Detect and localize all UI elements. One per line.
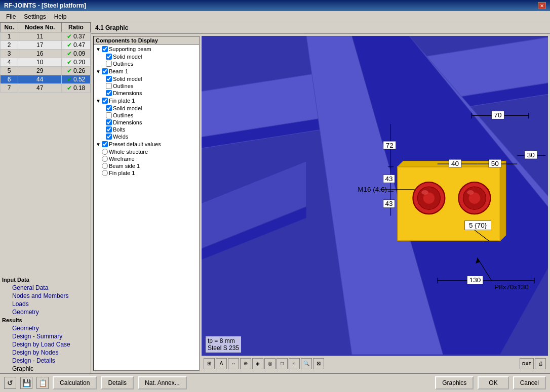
cell-node: 11 [18, 32, 61, 41]
radio-label: Beam side 1 [109, 163, 140, 169]
cell-ratio: ✔ 0.26 [61, 67, 90, 75]
nav-general-data[interactable]: General Data [2, 284, 89, 292]
check-icon: ✔ [67, 67, 72, 74]
ok-button[interactable]: OK [478, 376, 508, 389]
tool-btn-6[interactable]: ◎ [264, 358, 276, 369]
cancel-button[interactable]: Cancel [513, 376, 546, 389]
cell-no: 4 [1, 58, 18, 67]
radio-input[interactable] [102, 170, 108, 176]
group-checkbox[interactable] [102, 141, 108, 147]
item-checkbox[interactable] [106, 112, 112, 118]
tool-btn-9[interactable]: 🔍 [301, 358, 312, 369]
comp-item: Solid model [94, 105, 199, 112]
svg-text:M16 (4.6): M16 (4.6) [358, 186, 387, 193]
nav-section: Input Data General Data Nodes and Member… [0, 274, 91, 373]
tree-expand-icon[interactable]: ▼ [96, 69, 101, 74]
info-line2: Steel S 235 [208, 344, 239, 352]
item-label: Solid model [113, 76, 142, 82]
nav-graphic[interactable]: Graphic [2, 365, 89, 373]
nav-geometry-input[interactable]: Geometry [2, 308, 89, 316]
components-panel: Components to Display ▼Supporting beamSo… [93, 36, 200, 371]
main-container: No. Nodes No. Ratio 1 11 ✔ 0.37 2 17 ✔ 0… [0, 22, 550, 373]
svg-text:43: 43 [385, 175, 393, 183]
table-area: No. Nodes No. Ratio 1 11 ✔ 0.37 2 17 ✔ 0… [0, 22, 91, 274]
item-label: Bolts [113, 126, 125, 133]
group-label: Preset default values [109, 141, 161, 147]
cell-ratio: ✔ 0.18 [61, 84, 90, 93]
dxf-button[interactable]: DXF [520, 358, 534, 369]
table-row[interactable]: 7 47 ✔ 0.18 [1, 84, 91, 93]
table-row[interactable]: 3 16 ✔ 0.09 [1, 50, 91, 58]
nat-annex-button[interactable]: Nat. Annex... [138, 376, 187, 389]
comp-group: ▼Supporting beam [94, 45, 199, 53]
svg-text:5 {70}: 5 {70} [469, 222, 487, 229]
menu-help[interactable]: Help [50, 12, 71, 21]
svg-text:130: 130 [469, 276, 481, 284]
item-checkbox[interactable] [106, 90, 112, 96]
tool-btn-5[interactable]: ◈ [252, 358, 263, 369]
col-no: No. [1, 23, 18, 32]
cell-node: 17 [18, 41, 61, 50]
col-nodes: Nodes No. [18, 23, 61, 32]
table-row[interactable]: 1 11 ✔ 0.37 [1, 32, 91, 41]
icon-btn-1[interactable]: ↺ [4, 377, 16, 389]
item-label: Outlines [113, 112, 133, 118]
comp-item: Dimensions [94, 119, 199, 126]
info-overlay: tp = 8 mm Steel S 235 [206, 336, 241, 353]
tree-expand-icon[interactable]: ▼ [96, 47, 101, 52]
table-row[interactable]: 5 29 ✔ 0.26 [1, 67, 91, 75]
comp-item: Dimensions [94, 90, 199, 97]
nav-loads[interactable]: Loads [2, 300, 89, 308]
item-checkbox[interactable] [106, 105, 112, 111]
icon-btn-3[interactable]: 📋 [36, 377, 49, 389]
table-row[interactable]: 4 10 ✔ 0.20 [1, 58, 91, 67]
check-icon: ✔ [67, 41, 72, 49]
item-checkbox[interactable] [106, 126, 112, 133]
tree-expand-icon[interactable]: ▼ [96, 98, 101, 104]
icon-btn-2[interactable]: 💾 [20, 377, 32, 389]
item-checkbox[interactable] [106, 134, 112, 140]
comp-group: ▼Fin plate 1 [94, 97, 199, 105]
menu-bar: File Settings Help [0, 11, 550, 22]
calculation-button[interactable]: Calculation [53, 376, 97, 389]
menu-settings[interactable]: Settings [20, 12, 50, 21]
group-checkbox[interactable] [102, 68, 108, 74]
item-checkbox[interactable] [106, 61, 112, 67]
group-checkbox[interactable] [102, 46, 108, 52]
nav-design-load-case[interactable]: Design by Load Case [2, 340, 89, 349]
item-checkbox[interactable] [106, 119, 112, 125]
radio-input[interactable] [102, 149, 108, 155]
group-checkbox[interactable] [102, 98, 108, 104]
close-button[interactable]: ✕ [538, 2, 546, 9]
radio-label: Fin plate 1 [109, 170, 135, 176]
nav-design-details[interactable]: Design - Details [2, 357, 89, 365]
details-button[interactable]: Details [101, 376, 134, 389]
graphic-toolbar: ⊞ A ↔ ⊕ ◈ ◎ □ ⌂ 🔍 ⊠ DXF 🖨 [202, 356, 548, 371]
radio-input[interactable] [102, 156, 108, 162]
nav-nodes-members[interactable]: Nodes and Members [2, 292, 89, 300]
nav-input-header: Input Data [2, 276, 89, 284]
tool-btn-7[interactable]: □ [277, 358, 288, 369]
tool-btn-8[interactable]: ⌂ [289, 358, 300, 369]
tool-btn-4[interactable]: ⊕ [240, 358, 251, 369]
menu-file[interactable]: File [2, 12, 20, 21]
tool-btn-10[interactable]: ⊠ [313, 358, 324, 369]
item-checkbox[interactable] [106, 54, 112, 60]
tree-expand-icon[interactable]: ▼ [96, 142, 101, 147]
item-checkbox[interactable] [106, 76, 112, 82]
item-checkbox[interactable] [106, 83, 112, 89]
right-panel: 4.1 Graphic Components to Display ▼Suppo… [91, 22, 550, 373]
cell-no: 3 [1, 50, 18, 58]
item-label: Solid model [113, 54, 142, 60]
tool-btn-1[interactable]: ⊞ [204, 358, 215, 369]
radio-input[interactable] [102, 163, 108, 169]
graphics-button[interactable]: Graphics [435, 376, 474, 389]
print-button[interactable]: 🖨 [535, 358, 546, 369]
nav-design-nodes[interactable]: Design by Nodes [2, 349, 89, 357]
tool-btn-3[interactable]: ↔ [228, 358, 239, 369]
table-row[interactable]: 2 17 ✔ 0.47 [1, 41, 91, 50]
table-row[interactable]: 6 44 ✔ 0.52 [1, 75, 91, 84]
nav-geometry-results[interactable]: Geometry [2, 324, 89, 332]
tool-btn-2[interactable]: A [216, 358, 227, 369]
nav-design-summary[interactable]: Design - Summary [2, 332, 89, 340]
